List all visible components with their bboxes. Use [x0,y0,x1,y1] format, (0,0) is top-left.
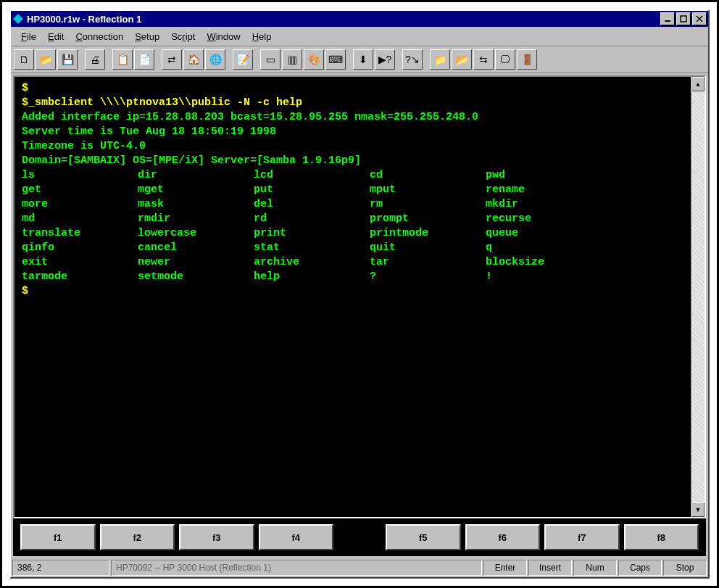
terminal-command-cell: mget [138,183,254,197]
terminal-command-row: tarmodesetmodehelp?! [22,270,683,284]
terminal-line: $ [22,81,683,96]
terminal-command-cell: translate [22,226,138,241]
open-folder-icon[interactable]: 📂 [36,49,56,70]
palette-icon[interactable]: 🎨 [304,49,324,70]
status-host-label: HP70092 -- HP 3000 Host (Reflection 1) [111,560,482,576]
toolbar-separator [424,50,428,69]
terminal-command-row: moremaskdelrmmkdir [22,197,683,212]
menu-edit[interactable]: Edit [42,30,70,44]
exit-icon[interactable]: 🚪 [517,49,537,70]
display-icon[interactable]: 🖵 [495,49,515,70]
download-icon[interactable]: ⬇ [353,49,373,70]
terminal[interactable]: $$_smbclient \\\\ptnova13\\public -N -c … [14,77,691,517]
save-disk-icon[interactable]: 💾 [57,49,78,70]
svg-rect-2 [681,16,686,22]
terminal-command-cell: dir [138,168,254,183]
terminal-command-cell: q [486,241,602,255]
terminal-command-cell: quit [370,241,486,255]
terminal-command-cell: archive [254,255,370,270]
terminal-command-cell: tarmode [22,270,138,284]
scroll-track[interactable] [691,91,705,502]
svg-marker-0 [13,14,23,24]
fkey-f4[interactable]: f4 [259,524,334,550]
scroll-up-button[interactable]: ▲ [691,77,705,91]
terminal-command-cell: lcd [254,168,370,183]
menu-window[interactable]: Window [201,30,246,44]
status-stop[interactable]: Stop [663,560,707,576]
terminal-command-row: mdrmdirrdpromptrecurse [22,212,683,226]
menu-file[interactable]: File [15,30,42,44]
toolbar-separator [254,50,259,69]
title-bar[interactable]: HP3000.r1w - Reflection 1 [11,11,708,27]
run-script-icon[interactable]: ▶? [375,49,395,70]
terminal-command-cell: lowercase [138,226,254,241]
fkey-f7[interactable]: f7 [544,524,620,550]
terminal-command-cell: mkdir [486,197,602,212]
terminal-command-cell: tar [370,255,486,270]
print-icon[interactable]: 🖨 [85,49,105,70]
vertical-scrollbar[interactable]: ▲ ▼ [691,77,705,517]
close-button[interactable] [692,12,707,25]
terminal-command-cell: blocksize [486,255,602,270]
window-controls [659,12,707,25]
home-icon[interactable]: 🏠 [183,49,204,70]
window-b-icon[interactable]: ▥ [282,49,302,70]
terminal-command-cell: get [22,183,138,197]
terminal-command-cell: md [22,212,138,226]
terminal-line: Domain=[SAMBAIX] OS=[MPE/iX] Server=[Sam… [22,154,683,168]
status-caps[interactable]: Caps [618,560,662,576]
context-help-icon[interactable]: ?↘ [402,49,423,70]
terminal-line: Added interface ip=15.28.88.203 bcast=15… [22,110,683,125]
minimize-button[interactable] [660,12,675,25]
terminal-command-cell: mput [370,183,486,197]
fkey-f6[interactable]: f6 [465,524,541,550]
terminal-command-cell: del [254,197,370,212]
terminal-command-row: getmgetputmputrename [22,183,683,197]
paste-icon[interactable]: 📄 [134,49,154,70]
status-num[interactable]: Num [573,560,617,576]
fkey-f8[interactable]: f8 [624,524,699,550]
terminal-command-cell: setmode [138,270,254,284]
terminal-command-cell: put [254,183,370,197]
fkey-f2[interactable]: f2 [100,524,175,550]
toolbar-separator [227,50,231,69]
terminal-command-cell: cancel [138,241,254,255]
toolbar-separator [79,50,83,69]
terminal-line: Timezone is UTC-4.0 [22,139,683,154]
terminal-command-cell: mask [138,197,254,212]
fkey-f1[interactable]: f1 [20,524,96,550]
status-enter[interactable]: Enter [483,560,527,576]
menu-help[interactable]: Help [246,30,278,44]
fkey-f5[interactable]: f5 [386,524,461,550]
terminal-command-cell: exit [22,255,138,270]
terminal-command-row: translatelowercaseprintprintmodequeue [22,226,683,241]
keyboard-icon[interactable]: ⌨ [325,49,346,70]
terminal-command-cell: ! [486,270,602,284]
terminal-command-cell: newer [138,255,254,270]
notepad-icon[interactable]: 📝 [233,49,253,70]
globe-icon[interactable]: 🌐 [205,49,225,70]
fkey-f3[interactable]: f3 [179,524,254,550]
terminal-command-cell: rd [254,212,370,226]
scroll-down-button[interactable]: ▼ [691,502,705,517]
function-key-row: f1f2f3f4f5f6f7f8 [13,518,706,556]
new-doc-icon[interactable]: 🗋 [14,49,34,70]
transfer-icon[interactable]: ⇆ [473,49,494,70]
folder-out-icon[interactable]: 📁 [430,49,450,70]
status-bar: 386, 2 HP70092 -- HP 3000 Host (Reflecti… [11,558,708,577]
terminal-command-row: exitnewerarchivetarblocksize [22,255,683,270]
toolbar-separator [347,50,352,69]
terminal-command-cell: pwd [486,168,602,183]
status-insert[interactable]: Insert [528,560,572,576]
menu-script[interactable]: Script [165,30,201,44]
folder-in-icon[interactable]: 📂 [452,49,472,70]
window-a-icon[interactable]: ▭ [260,49,280,70]
maximize-button[interactable] [676,12,691,25]
copy-icon[interactable]: 📋 [112,49,133,70]
status-cursor-position: 386, 2 [12,560,109,576]
menu-connection[interactable]: Connection [70,30,129,44]
terminal-command-cell: print [254,226,370,241]
connect-icon[interactable]: ⇄ [162,49,182,70]
menu-setup[interactable]: Setup [129,30,165,44]
terminal-command-row: lsdirlcdcdpwd [22,168,683,183]
